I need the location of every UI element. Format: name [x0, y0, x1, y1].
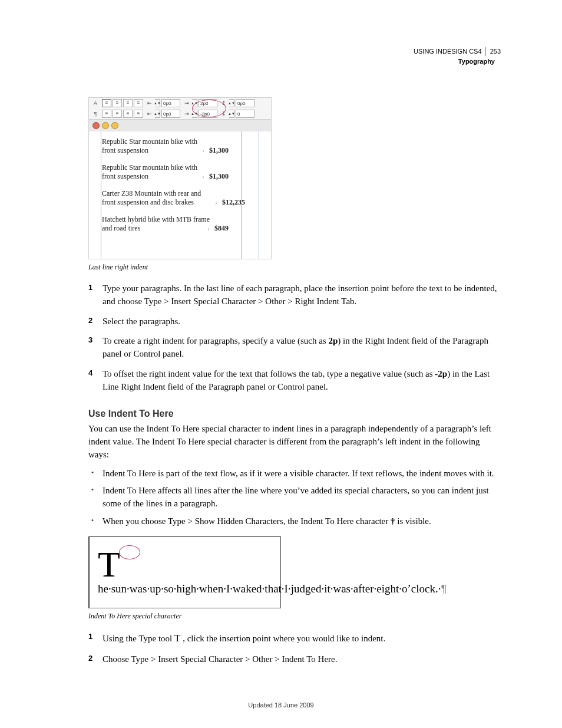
step-item: 4To offset the right indent value for th…: [88, 368, 501, 394]
last-line-right-indent-stepper[interactable]: ▲▼: [192, 110, 197, 118]
last-line-right-indent-field[interactable]: -2p0: [199, 110, 217, 118]
text-line: front suspension and disc brakes›$12,235: [102, 198, 245, 207]
space-after-icon: ↧: [220, 110, 228, 117]
step-item: 3To create a right indent for paragraphs…: [88, 335, 501, 361]
figure-indent-to-here: T he·sun·was·up·so·high·when·I·waked·tha…: [88, 536, 281, 609]
char-mode-icon[interactable]: A: [91, 100, 100, 107]
text-line: Republic Star mountain bike with: [102, 137, 229, 146]
steps-list-2: 1Using the Type tool T , click the inser…: [88, 631, 501, 666]
bullet-list: Indent To Here is part of the text flow,…: [88, 467, 501, 528]
space-before-icon: ↥: [220, 100, 228, 107]
space-after-field[interactable]: 0: [236, 110, 254, 118]
text-line: Republic Star mountain bike with: [102, 163, 229, 172]
para-mode-icon[interactable]: ¶: [91, 110, 100, 117]
close-icon[interactable]: [92, 122, 100, 129]
page-footer: Updated 18 June 2009: [0, 701, 562, 709]
tab-marker-icon: ›: [203, 224, 214, 233]
bullet-text: Indent To Here affects all lines after t…: [103, 485, 501, 510]
step-number: 1: [88, 631, 97, 646]
step-number: 1: [88, 282, 97, 308]
header-section: Typography: [414, 57, 501, 66]
price-value: $1,300: [209, 172, 229, 181]
last-line-right-indent-icon: ⇥: [183, 110, 191, 117]
text-line: and road tires›$849: [102, 224, 229, 233]
bullet-text: Indent To Here is part of the text flow,…: [103, 467, 494, 480]
text-line: front suspension›$1,300: [102, 172, 229, 181]
step-number: 2: [88, 653, 97, 666]
first-line-indent-field[interactable]: 0p0: [161, 110, 180, 118]
control-panel: A ≡ ≡ ≡ ≡ ⇤ ▲▼ 0p0 ⇥ ▲▼ 2: [89, 98, 271, 120]
bullet-item: Indent To Here is part of the text flow,…: [88, 467, 501, 480]
step-number: 2: [88, 315, 97, 328]
figure1-caption: Last line right indent: [88, 263, 501, 272]
window-chrome: [89, 120, 271, 131]
right-indent-field[interactable]: 2p0: [199, 99, 217, 107]
figure2-text: he·sun·was·up·so·high·when·I·waked·that·…: [98, 546, 269, 599]
step-text: Using the Type tool T , click the insert…: [103, 631, 501, 646]
step-number: 4: [88, 368, 97, 394]
indent-to-here-icon: †: [391, 516, 395, 526]
left-indent-stepper[interactable]: ▲▼: [155, 99, 160, 107]
price-value: $1,300: [209, 146, 229, 155]
align-right-button[interactable]: ≡: [123, 99, 133, 107]
step-text: To create a right indent for paragraphs,…: [103, 335, 501, 361]
first-line-indent-icon: ⇤: [146, 110, 154, 117]
figure-last-line-right-indent: A ≡ ≡ ≡ ≡ ⇤ ▲▼ 0p0 ⇥ ▲▼ 2: [88, 97, 272, 259]
justify-right-button[interactable]: ≡: [123, 110, 133, 118]
page-number: 253: [490, 48, 501, 55]
left-indent-field[interactable]: 0p0: [161, 99, 180, 107]
section-intro: You can use the Indent To Here special c…: [88, 423, 501, 461]
section-heading: Use Indent To Here: [88, 409, 501, 419]
right-indent-stepper[interactable]: ▲▼: [192, 99, 197, 107]
step-text: Choose Type > Insert Special Character >…: [103, 653, 501, 666]
figure2-caption: Indent To Here special character: [88, 612, 501, 621]
justify-center-button[interactable]: ≡: [113, 110, 122, 118]
step-text: To offset the right indent value for the…: [103, 368, 501, 394]
first-line-indent-stepper[interactable]: ▲▼: [155, 110, 160, 118]
justify-left-button[interactable]: ≡: [102, 110, 111, 118]
space-before-stepper[interactable]: ▲▼: [229, 99, 234, 107]
price-value: $849: [214, 224, 229, 233]
drop-cap: T: [98, 546, 123, 580]
justify-full-button[interactable]: ≡: [134, 110, 143, 118]
tab-marker-icon: ›: [210, 198, 222, 206]
space-before-field[interactable]: 0p0: [236, 99, 254, 107]
bullet-item: When you choose Type > Show Hidden Chara…: [88, 515, 501, 528]
step-text: Select the paragraphs.: [103, 315, 501, 328]
tab-marker-icon: ›: [197, 146, 209, 155]
step-item: 1Type your paragraphs. In the last line …: [88, 282, 501, 308]
align-left-button[interactable]: ≡: [102, 99, 111, 107]
left-indent-icon: ⇤: [146, 100, 154, 107]
price-value: $12,235: [222, 198, 245, 206]
pilcrow-icon: ¶: [441, 582, 447, 595]
page-header: USING INDESIGN CS4 253 Typography: [414, 47, 501, 67]
right-indent-icon: ⇥: [183, 100, 191, 107]
bullet-item: Indent To Here affects all lines after t…: [88, 485, 501, 510]
document-preview: Republic Star mountain bike withfront su…: [89, 131, 271, 259]
step-number: 3: [88, 335, 97, 361]
header-product: USING INDESIGN CS4: [414, 48, 482, 55]
steps-list-1: 1Type your paragraphs. In the last line …: [88, 282, 501, 393]
zoom-icon[interactable]: [111, 122, 118, 129]
step-text: Type your paragraphs. In the last line o…: [103, 282, 501, 308]
step-item: 1Using the Type tool T , click the inser…: [88, 631, 501, 646]
align-justify-button[interactable]: ≡: [134, 99, 143, 107]
text-line: Hatchett hybrid bike with MTB frame: [102, 215, 229, 224]
step-item: 2Choose Type > Insert Special Character …: [88, 653, 501, 666]
align-center-button[interactable]: ≡: [113, 99, 122, 107]
tab-marker-icon: ›: [197, 172, 209, 181]
type-tool-icon: T: [174, 633, 180, 644]
minimize-icon[interactable]: [102, 122, 109, 129]
bullet-text: When you choose Type > Show Hidden Chara…: [103, 515, 431, 528]
space-after-stepper[interactable]: ▲▼: [229, 110, 234, 118]
text-line: front suspension›$1,300: [102, 146, 229, 155]
step-item: 2Select the paragraphs.: [88, 315, 501, 328]
text-line: Carter Z38 Mountain with rear and: [102, 189, 229, 198]
